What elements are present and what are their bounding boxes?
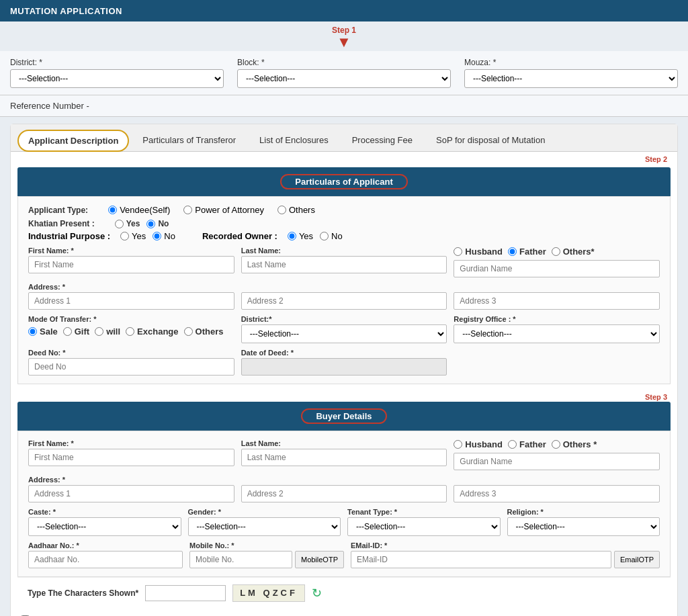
contact-row: Aadhaar No.: * Mobile No.: * MobileOTP E… [28,541,660,568]
buyer-last-name-field: Last Name: [241,439,447,466]
step2-label: Step 2 [645,155,667,163]
tenant-select[interactable]: ---Selection--- [347,517,501,536]
tab-enclosures[interactable]: List of Enclosures [249,130,339,151]
deed-no-input[interactable] [28,358,234,376]
mouza-select[interactable]: ---Selection--- [464,69,678,88]
khatian-radios: Yes No [115,219,169,228]
mobile-input[interactable] [189,551,292,568]
buyer-details-header: Buyer Details [17,402,671,431]
industrial-label: Industrial Purpose : [28,231,110,241]
buyer-guardian-input[interactable] [454,453,660,470]
buyer-guardian-field: Husband Father Others * [454,439,660,470]
buyer-address1-input[interactable] [28,485,234,502]
others-label: Others [289,205,315,215]
tab-transferor[interactable]: Particulars of Transferor [132,130,246,151]
date-deed-input[interactable]: 28/01/2023 [241,358,447,376]
mode-sale[interactable]: Sale [28,326,58,337]
religion-field: Religion: * ---Selection--- [507,508,660,536]
aadhaar-label: Aadhaar No.: * [28,541,183,549]
address-label: Address: * [28,283,234,291]
mode-gift[interactable]: Gift [63,326,89,337]
particulars-title: Particulars of Applicant [295,177,392,187]
applicant-district-label: District:* [241,315,447,323]
mode-others[interactable]: Others [184,326,224,337]
buyer-first-name-input[interactable] [28,449,234,466]
gender-select[interactable]: ---Selection--- [188,517,341,536]
email-otp-button[interactable]: EmailOTP [614,551,660,568]
buyer-address1-field: Address: * [28,476,234,502]
guardian-father[interactable]: Father [508,247,546,257]
guardian-name-input[interactable] [454,260,660,277]
caste-select[interactable]: ---Selection--- [28,517,181,536]
guardian-husband[interactable]: Husband [454,247,503,257]
district-select[interactable]: ---Selection--- [10,69,224,88]
buyer-guardian-others[interactable]: Others * [552,439,597,449]
name-row: First Name: * Last Name: Husband Father [28,247,660,277]
deed-no-field: Deed No: * [28,349,234,376]
tab-fee[interactable]: Processing Fee [342,130,423,151]
buyer-address3-input[interactable] [454,485,660,502]
khatian-yes-radio[interactable]: Yes [115,219,140,228]
captcha-image: LM QZCF [232,584,305,602]
captcha-row: Type The Characters Shown* LM QZCF ↻ [17,577,671,609]
first-name-input[interactable] [28,256,234,273]
radio-vendee[interactable]: Vendee(Self) [108,205,170,215]
recorded-yes[interactable]: Yes [288,231,313,241]
step2-label-area: Step 2 [11,152,677,164]
buyer-guardian-father[interactable]: Father [508,439,546,449]
guardian-radio-row: Husband Father Others* [454,247,660,258]
mouza-label: Mouza: * [464,58,678,67]
buyer-first-name-field: First Name: * [28,439,234,466]
address3-input[interactable] [454,292,660,310]
mode-exchange[interactable]: Exchange [126,326,178,337]
radio-others[interactable]: Others [277,205,315,215]
industrial-yes[interactable]: Yes [120,231,146,241]
captcha-input[interactable] [145,585,226,601]
tab-applicant[interactable]: Applicant Description [17,130,129,152]
tenant-label: Tenant Type: * [347,508,501,516]
recorded-no[interactable]: No [320,231,343,241]
block-field-group: Block: * ---Selection--- [237,58,451,88]
radio-power-attorney[interactable]: Power of Attorney [183,205,264,215]
district-label: District: * [10,58,224,67]
industrial-group: Industrial Purpose : Yes No [28,231,175,241]
power-attorney-label: Power of Attorney [195,205,264,215]
buyer-guardian-husband[interactable]: Husband [454,439,503,449]
mobile-otp-button[interactable]: MobileOTP [295,551,344,568]
captcha-refresh-icon[interactable]: ↻ [312,586,322,601]
email-input[interactable] [351,551,611,568]
aadhaar-input[interactable] [28,551,183,568]
block-select[interactable]: ---Selection--- [237,69,451,88]
khatian-no-radio[interactable]: No [146,219,169,228]
applicant-type-label: Applicant Type: [28,206,88,215]
buyer-last-name-input[interactable] [241,449,447,466]
buyer-address2-input[interactable] [241,485,447,502]
last-name-label: Last Name: [241,247,447,255]
mouza-field-group: Mouza: * ---Selection--- [464,58,678,88]
first-name-field: First Name: * [28,247,234,273]
guardian-others[interactable]: Others* [552,247,595,257]
mobile-label: Mobile No.: * [189,541,344,549]
address2-field: Address [241,283,447,310]
buyer-first-name-label: First Name: * [28,439,234,447]
caste-label: Caste: * [28,508,181,516]
recorded-owner-label: Recorded Owner : [202,231,277,241]
applicant-district-select[interactable]: ---Selection--- [241,324,447,343]
religion-select[interactable]: ---Selection--- [507,517,660,536]
aadhaar-field: Aadhaar No.: * [28,541,183,568]
industrial-no[interactable]: No [153,231,175,241]
registry-office-select[interactable]: ---Selection--- [454,324,660,343]
main-content: Applicant Description Particulars of Tra… [10,124,678,616]
mode-will[interactable]: will [95,326,120,337]
address2-input[interactable] [241,292,447,310]
block-label: Block: * [237,58,451,67]
industrial-recorded-row: Industrial Purpose : Yes No Recorded Own… [28,231,660,241]
last-name-input[interactable] [241,256,447,273]
caste-field: Caste: * ---Selection--- [28,508,181,536]
address1-field: Address: * [28,283,234,310]
email-field: EMail-ID: * EmailOTP [351,541,660,568]
tab-sop[interactable]: SoP for disposal of Mutation [426,130,555,151]
vendee-label: Vendee(Self) [120,205,170,215]
email-label: EMail-ID: * [351,541,660,549]
address1-input[interactable] [28,292,234,310]
